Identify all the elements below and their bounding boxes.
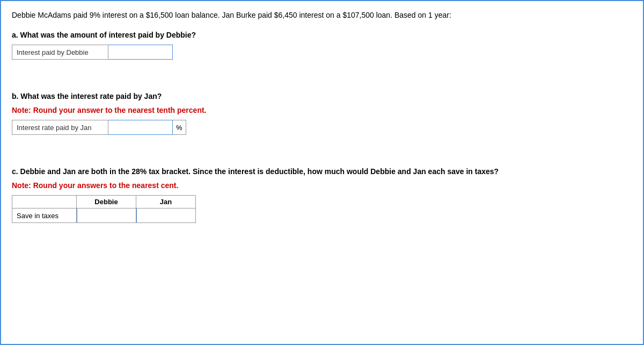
question-a-label: a. What was the amount of interest paid …: [12, 31, 632, 39]
problem-statement: Debbie McAdams paid 9% interest on a $16…: [12, 11, 451, 19]
save-taxes-debbie-input[interactable]: [77, 209, 136, 222]
table-header-jan: Jan: [136, 196, 196, 209]
save-taxes-jan-input[interactable]: [136, 209, 195, 222]
question-b-label: b. What was the interest rate paid by Ja…: [12, 92, 632, 100]
section-b: b. What was the interest rate paid by Ja…: [12, 92, 632, 135]
section-c: c. Debbie and Jan are both in the 28% ta…: [12, 167, 632, 223]
table-header-debbie: Debbie: [77, 196, 136, 209]
problem-text: Debbie McAdams paid 9% interest on a $16…: [12, 10, 632, 21]
interest-debbie-input[interactable]: [108, 45, 173, 60]
interest-debbie-label: Interest paid by Debbie: [12, 45, 108, 60]
table-empty-header: [12, 196, 77, 209]
interest-rate-jan-input-row: Interest rate paid by Jan %: [12, 120, 632, 135]
row-label-save-taxes: Save in taxes: [12, 209, 77, 223]
question-c-text: c. Debbie and Jan are both in the 28% ta…: [12, 167, 499, 176]
note-c: Note: Round your answers to the nearest …: [12, 181, 632, 190]
interest-rate-jan-label: Interest rate paid by Jan: [12, 120, 108, 135]
tax-savings-table: Debbie Jan Save in taxes: [12, 195, 196, 223]
interest-debbie-input-row: Interest paid by Debbie: [12, 45, 632, 60]
question-c-label: c. Debbie and Jan are both in the 28% ta…: [12, 167, 632, 176]
section-a: a. What was the amount of interest paid …: [12, 31, 632, 60]
question-a-text: a. What was the amount of interest paid …: [12, 31, 196, 39]
note-b: Note: Round your answer to the nearest t…: [12, 106, 632, 114]
page-container: Debbie McAdams paid 9% interest on a $16…: [0, 0, 644, 345]
interest-rate-jan-input[interactable]: [108, 120, 173, 135]
percent-suffix: %: [173, 120, 186, 135]
table-row-save-in-taxes: Save in taxes: [12, 209, 196, 223]
question-b-text: b. What was the interest rate paid by Ja…: [12, 92, 162, 100]
save-taxes-jan-cell: [136, 209, 196, 223]
save-taxes-debbie-cell: [77, 209, 136, 223]
